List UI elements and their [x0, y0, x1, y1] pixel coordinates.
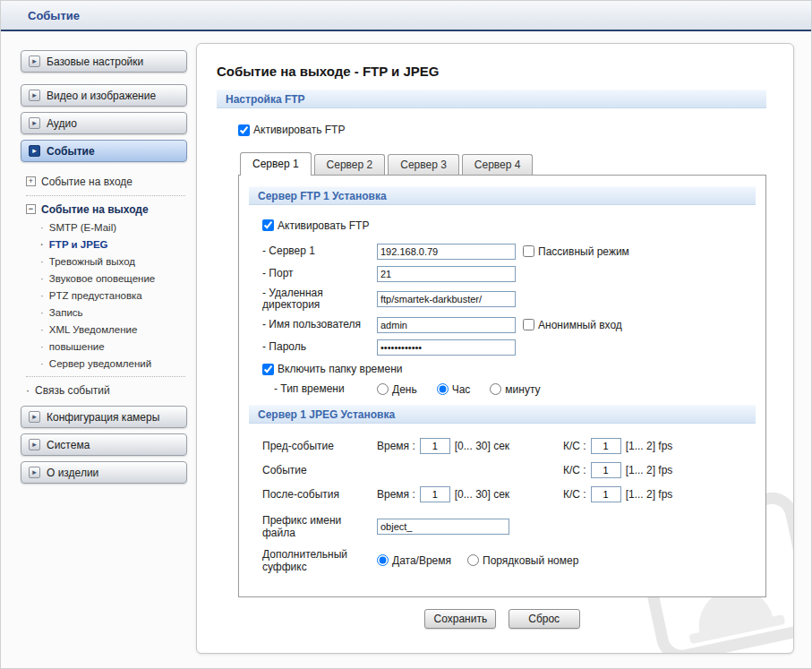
server-ftp-enable-label: Активировать FTP: [278, 219, 369, 232]
tree-item-ptz-preset[interactable]: · PTZ предустановка: [40, 287, 185, 304]
ftp-settings-section-header: Настройка FTP: [217, 90, 766, 108]
ftp-enable-checkbox[interactable]: Активировать FTP: [238, 124, 345, 136]
content-title: Событие на выходе - FTP и JPEG: [217, 64, 766, 79]
post-event-fps-input[interactable]: [591, 486, 621, 502]
post-event-time-input[interactable]: [420, 486, 450, 502]
file-prefix-row: Префикс имени файла: [262, 514, 756, 539]
tree-item-record[interactable]: · Запись: [40, 304, 185, 322]
time-folder-checkbox-input[interactable]: [262, 364, 274, 375]
tree-item-boost[interactable]: · повышение: [40, 339, 185, 356]
event-fps-input[interactable]: [591, 462, 621, 478]
fps-label: К/С :: [563, 488, 586, 501]
page-title: Событие: [28, 9, 80, 22]
tree-item-label: Событие на входе: [41, 176, 132, 188]
file-prefix-input[interactable]: [377, 519, 509, 535]
passive-mode-checkbox-input[interactable]: [523, 245, 534, 257]
passive-mode-label: Пассивный режим: [538, 245, 629, 258]
server-ftp-setup-section-header: Сервер FTP 1 Установка: [249, 186, 756, 205]
tab-server-1[interactable]: Сервер 1: [240, 152, 312, 176]
arrow-box-icon: ▸: [29, 467, 40, 478]
divider: [26, 195, 185, 196]
bullet-icon: ·: [40, 307, 44, 319]
tree-item-event-output[interactable]: − Событие на выходе: [26, 200, 185, 219]
suffix-sequence-radio-input[interactable]: [467, 554, 479, 566]
password-input[interactable]: [377, 339, 516, 356]
time-type-hour-radio[interactable]: Час: [437, 383, 471, 396]
bullet-icon: ·: [40, 341, 44, 353]
time-type-hour-radio-input[interactable]: [437, 383, 449, 395]
reset-button[interactable]: Сброс: [509, 609, 580, 629]
server-address-input[interactable]: [377, 244, 516, 260]
port-input[interactable]: [377, 266, 516, 282]
server-1-tab-panel: Сервер FTP 1 Установка Активировать FTP …: [238, 175, 766, 597]
time-type-minute-radio[interactable]: минуту: [490, 383, 540, 396]
server-ftp-enable-checkbox[interactable]: Активировать FTP: [262, 219, 369, 232]
sidebar-item-camera-config[interactable]: ▸ Конфигурация камеры: [21, 406, 187, 428]
pre-event-time-input[interactable]: [420, 438, 450, 454]
tree-item-xml-notify[interactable]: · XML Уведомление: [40, 322, 185, 339]
tree-item-label: Сервер уведомлений: [49, 358, 151, 370]
arrow-box-icon: ▸: [29, 117, 40, 129]
bullet-icon: ·: [40, 222, 44, 234]
tree-item-smtp[interactable]: · SMTP (E-Mail): [40, 219, 185, 236]
remote-directory-input[interactable]: [377, 291, 516, 307]
tab-server-3[interactable]: Сервер 3: [388, 154, 459, 175]
file-prefix-label: Префикс имени файла: [262, 514, 377, 539]
suffix-datetime-radio-input[interactable]: [377, 554, 389, 566]
anonymous-login-label: Анонимный вход: [538, 319, 622, 331]
time-folder-label: Включить папку времени: [278, 363, 403, 375]
bullet-icon: ·: [40, 290, 44, 302]
passive-mode-checkbox[interactable]: Пассивный режим: [523, 245, 629, 258]
time-type-day-radio[interactable]: День: [377, 383, 417, 396]
suffix-sequence-label: Порядковый номер: [483, 554, 578, 567]
username-input[interactable]: [377, 317, 516, 333]
bullet-icon: ·: [40, 324, 44, 336]
tree-item-audio-alert[interactable]: · Звуковое оповещение: [40, 270, 185, 287]
tree-item-event-link[interactable]: · Связь событий: [26, 381, 185, 400]
time-folder-checkbox[interactable]: Включить папку времени: [262, 363, 403, 375]
event-row: Событие К/С : [1... 2] fps: [262, 462, 756, 479]
plus-box-icon[interactable]: +: [26, 176, 36, 186]
tree-item-alarm-output[interactable]: · Тревожный выход: [40, 253, 185, 270]
time-type-minute-radio-input[interactable]: [490, 383, 501, 395]
fps-label: К/С :: [563, 464, 586, 476]
anonymous-login-checkbox-input[interactable]: [523, 319, 534, 330]
suffix-label: Дополнительный суффикс: [262, 548, 377, 573]
tree-item-notify-server[interactable]: · Сервер уведомлений: [40, 356, 185, 373]
tree-item-label: Запись: [49, 307, 83, 319]
tree-item-label: SMTP (E-Mail): [49, 222, 116, 234]
top-header: Событие: [1, 1, 811, 31]
arrow-box-icon: ▸: [29, 145, 40, 157]
pre-event-fps-input[interactable]: [591, 438, 621, 454]
time-label: Время :: [377, 440, 415, 452]
server-ftp-enable-checkbox-input[interactable]: [262, 219, 274, 231]
sidebar: ▸ Базовые настройки ▸ Видео и изображени…: [21, 50, 187, 489]
tree-item-label: Связь событий: [35, 384, 110, 397]
sidebar-item-audio[interactable]: ▸ Аудио: [21, 112, 187, 134]
tree-item-event-input[interactable]: + Событие на входе: [26, 172, 185, 192]
arrow-box-icon: ▸: [29, 411, 40, 423]
tree-item-ftp-jpeg[interactable]: · FTP и JPEG: [40, 236, 185, 253]
save-button[interactable]: Сохранить: [424, 609, 496, 629]
sidebar-item-video-image[interactable]: ▸ Видео и изображение: [21, 84, 187, 107]
time-type-minute-label: минуту: [505, 383, 540, 396]
sidebar-item-label: Конфигурация камеры: [47, 411, 159, 424]
sidebar-item-event[interactable]: ▸ Событие: [21, 140, 187, 162]
sidebar-item-label: Видео и изображение: [47, 90, 156, 102]
password-row: - Пароль: [262, 339, 752, 356]
ftp-enable-checkbox-input[interactable]: [238, 124, 250, 136]
sidebar-item-basic-settings[interactable]: ▸ Базовые настройки: [21, 50, 187, 73]
time-range-hint: [0... 30] сек: [455, 488, 509, 501]
anonymous-login-checkbox[interactable]: Анонимный вход: [523, 319, 622, 331]
event-label: Событие: [262, 464, 377, 476]
sidebar-item-system[interactable]: ▸ Система: [21, 433, 187, 456]
time-type-day-radio-input[interactable]: [377, 383, 389, 395]
arrow-box-icon: ▸: [29, 56, 40, 67]
minus-box-icon[interactable]: −: [26, 204, 36, 214]
tab-server-4[interactable]: Сервер 4: [462, 154, 534, 175]
bullet-icon: ·: [26, 384, 30, 397]
sidebar-item-about[interactable]: ▸ О изделии: [21, 461, 187, 484]
suffix-datetime-radio[interactable]: Дата/Время: [377, 554, 451, 567]
suffix-sequence-radio[interactable]: Порядковый номер: [467, 554, 578, 567]
tab-server-2[interactable]: Сервер 2: [314, 154, 386, 175]
